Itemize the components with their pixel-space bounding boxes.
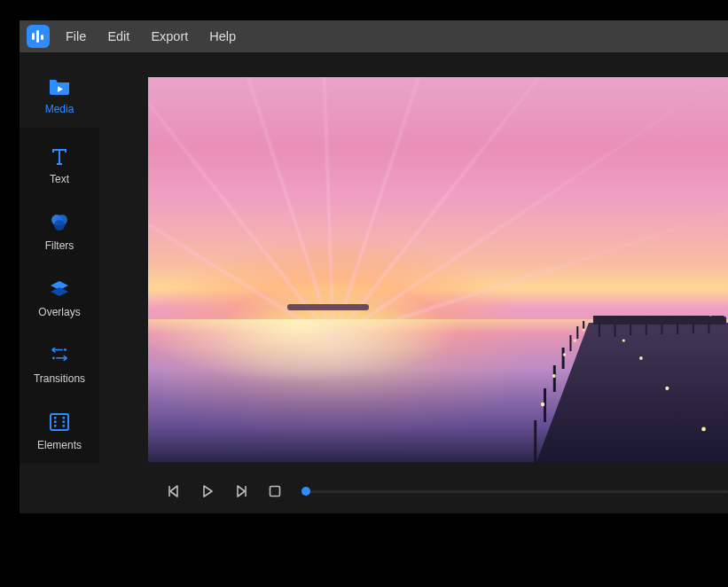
media-folder-icon: [48, 74, 71, 98]
preview-frame-land: [287, 304, 369, 310]
sidebar-item-label: Elements: [37, 439, 82, 451]
sidebar-item-text[interactable]: Text: [20, 131, 99, 198]
playhead-dot[interactable]: [301, 487, 310, 496]
svg-rect-8: [51, 414, 68, 430]
svg-rect-12: [63, 417, 66, 419]
sidebar-rest: Text Filters: [20, 128, 99, 464]
app-logo[interactable]: [27, 25, 50, 48]
menubar: File Edit Export Help: [20, 20, 728, 52]
svg-point-26: [541, 403, 544, 406]
prev-frame-icon: [166, 483, 182, 499]
svg-point-30: [701, 427, 706, 432]
next-frame-button[interactable]: [231, 481, 251, 501]
svg-point-24: [563, 353, 567, 356]
text-icon: [48, 145, 71, 168]
svg-rect-19: [553, 365, 556, 392]
sidebar-item-transitions[interactable]: Transitions: [20, 331, 99, 397]
svg-rect-10: [54, 420, 57, 423]
svg-rect-41: [270, 487, 280, 497]
svg-point-6: [64, 348, 67, 351]
svg-rect-14: [63, 425, 66, 427]
preview-frame-pier: [363, 316, 728, 462]
elements-icon: [48, 411, 71, 434]
sidebar-item-label: Filters: [45, 239, 74, 252]
stop-icon: [268, 484, 282, 498]
filters-icon: [48, 211, 71, 234]
app-window: File Edit Export Help Media: [0, 0, 728, 587]
next-frame-icon: [233, 483, 249, 499]
overlays-icon: [48, 278, 71, 301]
menu-export[interactable]: Export: [151, 29, 188, 43]
svg-point-29: [665, 387, 669, 390]
preview-viewport[interactable]: [148, 77, 728, 462]
sidebar-item-label: Text: [50, 173, 69, 185]
svg-rect-0: [32, 33, 35, 40]
svg-point-28: [639, 356, 643, 360]
svg-rect-17: [569, 335, 571, 351]
sidebar-item-elements[interactable]: Elements: [20, 397, 99, 464]
menu-file[interactable]: File: [66, 29, 86, 43]
svg-rect-9: [54, 417, 57, 419]
sidebar-item-overlays[interactable]: Overlays: [20, 264, 99, 331]
sidebar-item-media[interactable]: Media: [20, 61, 99, 128]
svg-point-23: [574, 339, 576, 341]
svg-rect-15: [583, 321, 584, 330]
svg-point-7: [52, 356, 55, 359]
svg-rect-13: [63, 420, 66, 423]
svg-point-25: [552, 374, 556, 378]
playhead-track[interactable]: [306, 490, 728, 493]
svg-rect-11: [54, 425, 57, 427]
menu-help[interactable]: Help: [209, 29, 236, 43]
workspace: Media Text: [20, 52, 728, 513]
svg-point-5: [54, 220, 65, 231]
play-button[interactable]: [198, 481, 217, 501]
sidebar-item-label: Overlays: [38, 306, 80, 318]
app-logo-icon: [31, 30, 45, 43]
svg-rect-18: [562, 348, 565, 369]
play-icon: [200, 483, 215, 499]
prev-frame-button[interactable]: [164, 481, 184, 501]
svg-point-22: [583, 329, 585, 332]
sidebar-item-label: Media: [45, 103, 74, 115]
menu-edit[interactable]: Edit: [107, 29, 129, 43]
stop-button[interactable]: [265, 481, 285, 501]
sidebar: Media Text: [20, 52, 99, 513]
window-shadow: [35, 516, 693, 569]
svg-rect-21: [534, 420, 536, 462]
transitions-icon: [48, 344, 71, 367]
svg-rect-2: [41, 35, 43, 40]
sidebar-item-label: Transitions: [34, 372, 85, 385]
sidebar-item-filters[interactable]: Filters: [20, 198, 99, 264]
svg-rect-16: [576, 326, 578, 339]
player-controls: [148, 478, 728, 505]
svg-point-27: [622, 339, 625, 341]
svg-rect-1: [36, 30, 39, 43]
